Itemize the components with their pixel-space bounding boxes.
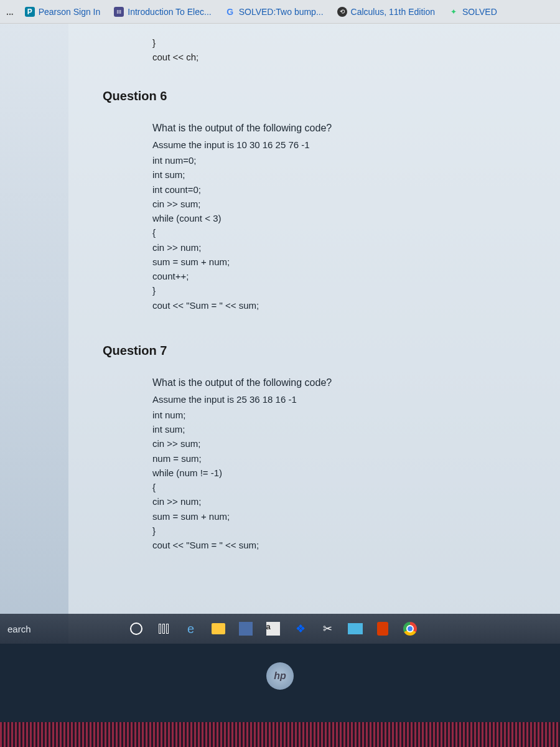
tab-overflow-indicator[interactable]: ... [2,7,17,17]
keyboard-edge [0,722,560,747]
store-icon[interactable] [236,619,255,638]
dropbox-icon[interactable]: ❖ [291,619,310,638]
tab-solved[interactable]: ✦ SOLVED [442,3,503,21]
task-view-icon[interactable] [154,619,173,638]
hp-logo-icon: hp [266,662,294,690]
code-line: } [152,283,535,298]
question-body: What is the output of the following code… [152,375,535,553]
code-line: cin >> num; [152,494,535,509]
edge-icon[interactable]: e [182,619,200,638]
code-line: int count=0; [152,182,535,197]
chrome-icon[interactable] [401,619,419,638]
code-line: int num; [152,408,535,422]
code-line: num = sum; [152,451,535,466]
code-line: int sum; [152,422,535,436]
code-line: while (count < 3) [152,211,535,225]
question-title: Question 7 [103,344,535,358]
tab-intro-elec[interactable]: III Introduction To Elec... [108,3,217,21]
code-line: cin >> sum; [152,197,535,211]
search-text[interactable]: earch [7,624,31,634]
code-line: } [152,524,535,538]
code-line: sum = sum + num; [152,255,535,269]
question-title: Question 6 [103,89,535,103]
code-line: { [152,480,535,494]
pearson-icon: P [25,7,35,17]
tab-label: Calculus, 11th Edition [351,7,435,17]
content-inner: } cout << ch; Question 6 What is the out… [68,24,560,717]
browser-tab-strip: ... P Pearson Sign In III Introduction T… [0,0,560,24]
app-a-icon[interactable]: a [264,619,282,638]
code-line: while (num != -1) [152,466,535,480]
tab-label: SOLVED:Two bump... [239,7,324,17]
code-line: sum = sum + num; [152,509,535,524]
google-icon: G [225,7,235,17]
question-6-block: Question 6 What is the output of the fol… [93,89,535,312]
code-line: cout << ch; [152,50,535,65]
tab-calculus[interactable]: ⟲ Calculus, 11th Edition [331,3,441,21]
solved-icon: ✦ [449,7,459,17]
tab-label: SOLVED [462,7,497,17]
code-line: cout << "Sum = " << sum; [152,538,535,552]
calculus-icon: ⟲ [337,7,347,17]
question-7-block: Question 7 What is the output of the fol… [93,344,535,553]
code-line: cin >> num; [152,240,535,255]
tab-label: Pearson Sign In [39,7,101,17]
snip-icon[interactable]: ✂ [319,619,337,638]
question-body: What is the output of the following code… [152,121,535,312]
file-explorer-icon[interactable] [209,619,228,638]
top-code-snippet: } cout << ch; [152,36,535,64]
code-line: int sum; [152,167,535,182]
mail-icon[interactable] [346,619,365,638]
tab-pearson[interactable]: P Pearson Sign In [19,3,107,21]
code-line: { [152,225,535,240]
laptop-bezel: hp [0,644,560,747]
cortana-icon[interactable] [127,619,146,638]
office-icon[interactable] [373,619,392,638]
question-assume: Assume the input is 10 30 16 25 76 -1 [152,138,535,152]
question-prompt: What is the output of the following code… [152,121,535,136]
code-line: } [152,36,535,50]
question-assume: Assume the input is 25 36 18 16 -1 [152,392,535,406]
question-prompt: What is the output of the following code… [152,375,535,391]
code-line: cout << "Sum = " << sum; [152,298,535,312]
tab-solved-bump[interactable]: G SOLVED:Two bump... [219,3,330,21]
intro-icon: III [114,7,124,17]
code-line: cin >> sum; [152,436,535,451]
tab-label: Introduction To Elec... [128,7,211,17]
code-line: int num=0; [152,153,535,167]
code-line: count++; [152,269,535,283]
windows-taskbar: earch e a ❖ ✂ [0,614,560,644]
page-content: } cout << ch; Question 6 What is the out… [0,24,560,717]
